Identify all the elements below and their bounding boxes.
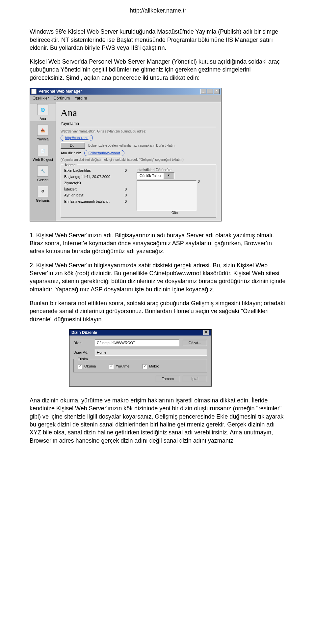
pwm-sidebar: 🌐 Ana 📤 Yayınla 📄 Web Bölgesi 🔧 Gezinti: [30, 102, 56, 221]
dir-input[interactable]: C:\Inetpub\WWWROOT: [95, 339, 179, 346]
menu-properties[interactable]: Özellikler: [33, 96, 49, 101]
stats-chart: [137, 180, 197, 211]
pwm-main-panel: Ana Yayınlama Web'de yayınlama etkin. Gi…: [56, 102, 221, 221]
section-publishing: Yayınlama: [61, 121, 216, 127]
pwm-window: Personal Web Manager _ □ × Özellikler Gö…: [30, 88, 222, 221]
sidebar-item-publish[interactable]: 📤 Yayınla: [30, 125, 56, 142]
sidebar-item-website[interactable]: 📄 Web Bölgesi: [30, 145, 56, 162]
stats-combo-value: Günlük Talep: [137, 173, 163, 179]
maximize-button[interactable]: □: [207, 89, 213, 94]
checkbox-macro[interactable]: ✓ Makro: [143, 364, 159, 369]
publish-icon: 📤: [37, 125, 48, 136]
edit-dir-title: Dizin Düzenle: [71, 330, 97, 335]
stat-requests-label: İstekler:: [64, 186, 77, 192]
stat-bytes-label: Ayrılan bayt:: [64, 192, 84, 198]
globe-icon: 🌐: [37, 104, 48, 115]
browse-button[interactable]: Gözat...: [183, 340, 207, 346]
checkmark-icon: ✓: [109, 364, 114, 369]
stat-bytes-value: 0: [125, 192, 127, 198]
access-label: Erişim: [76, 357, 89, 362]
pwm-titlebar: Personal Web Manager _ □ ×: [30, 88, 221, 95]
gear-icon: ⚙: [37, 186, 48, 197]
alias-input: Home: [95, 349, 207, 356]
monitor-groupbox: İzleme Etkin bağlantılar: 0 Başlangıç 11…: [61, 164, 216, 217]
menu-help[interactable]: Yardım: [74, 96, 87, 101]
dlg2-close-button[interactable]: ×: [203, 330, 209, 335]
checkbox-execute[interactable]: ✓ Yürütme: [109, 364, 129, 369]
home-dir-label: Ana dizininiz: [61, 151, 81, 156]
access-groupbox: Erişim ✓ Okuma ✓ Yürütme ✓ Makro: [73, 359, 207, 372]
stats-right: İstatistikleri Görüntüle: Günlük Talep ▼…: [137, 167, 213, 215]
pwm-screenshot: Personal Web Manager _ □ × Özellikler Gö…: [30, 88, 286, 221]
pwm-title-text: Personal Web Manager: [39, 89, 82, 94]
sidebar-label-main: Ana: [40, 116, 46, 121]
stat-concurrent-label: En fazla eşzamanlı bağlantı:: [64, 198, 110, 205]
edit-dir-titlebar: Dizin Düzenle ×: [69, 330, 211, 336]
sidebar-label-tour: Gezinti: [37, 178, 48, 183]
paragraph-5: Bunları bir kenara not ettikten sonra, s…: [30, 299, 286, 323]
paragraph-2: Kişisel Web Server'da Personel Web Serve…: [30, 58, 286, 82]
sidebar-item-main[interactable]: 🌐 Ana: [30, 104, 56, 121]
home-dir-link[interactable]: C:\inetpub\wwwroot: [84, 150, 124, 156]
stop-hint: Bölgenizdeki öğeleri kullanılamaz yapmak…: [88, 143, 175, 148]
stat-requests-value: 0: [125, 186, 127, 192]
stats-show-label: İstatistikleri Görüntüle:: [137, 167, 213, 172]
minimize-button[interactable]: _: [200, 89, 206, 94]
monitor-label: İzleme: [64, 162, 77, 167]
cancel-button[interactable]: İptal: [183, 376, 207, 382]
tour-icon: 🔧: [37, 165, 48, 177]
stop-button[interactable]: Dur: [61, 142, 85, 149]
menu-view[interactable]: Görünüm: [53, 96, 70, 101]
alias-label: Diğer Ad:: [73, 350, 92, 355]
edit-dir-screenshot: Dizin Düzenle × Dizin: C:\Inetpub\WWWROO…: [30, 329, 286, 387]
stat-active-value: 0: [125, 167, 127, 174]
paragraph-1: Windows 98'e Kişisel Web Server kurulduğ…: [30, 28, 286, 52]
stats-combo[interactable]: Günlük Talep ▼: [137, 172, 174, 179]
paragraph-6: Ana dizinin okuma, yürütme ve makro eriş…: [30, 396, 286, 445]
header-url: http://alikoker.name.tr: [30, 7, 286, 15]
stat-visitors: Ziyaretçi:0: [64, 180, 130, 186]
publish-text: Web'de yayınlama etkin. Giriş sayfanızın…: [61, 129, 216, 134]
checkmark-icon: ✓: [78, 364, 82, 369]
paragraph-3: 1. Kişisel Web Server'ınızın adı. Bilgis…: [30, 231, 286, 255]
app-icon: [31, 89, 37, 94]
stats-left: Etkin bağlantılar: 0 Başlangıç 11:41, 20…: [64, 167, 130, 215]
paragraph-4: 2. Kişisel Web Server'ın bilgisayarımızd…: [30, 261, 286, 293]
checkbox-read[interactable]: ✓ Okuma: [78, 364, 96, 369]
sidebar-label-website: Web Bölgesi: [33, 157, 53, 162]
dir-label: Dizin:: [73, 340, 92, 345]
sidebar-label-publish: Yayınla: [37, 137, 49, 142]
chevron-down-icon[interactable]: ▼: [163, 173, 174, 179]
pwm-menu-bar: Özellikler Görünüm Yardım: [30, 95, 221, 102]
main-heading: Ana: [61, 106, 216, 120]
edit-directory-dialog: Dizin Düzenle × Dizin: C:\Inetpub\WWWROO…: [69, 329, 212, 387]
stat-start: Başlangıç 11:41, 20.07.2000: [64, 174, 130, 180]
close-button[interactable]: ×: [214, 89, 220, 94]
checkmark-icon: ✓: [143, 364, 147, 369]
stat-active-label: Etkin bağlantılar:: [64, 167, 91, 174]
chart-x-label: Gün: [137, 211, 213, 215]
sidebar-item-tour[interactable]: 🔧 Gezinti: [30, 165, 56, 183]
home-url-link[interactable]: http://cubuk.cu: [61, 135, 93, 141]
website-icon: 📄: [37, 145, 48, 156]
stat-concurrent-value: 0: [125, 198, 127, 205]
ok-button[interactable]: Tamam: [156, 376, 180, 382]
home-dir-hint: (Yayınlanan dizinleri değiştirmek için, …: [61, 158, 216, 162]
sidebar-label-advanced: Gelişmiş: [36, 198, 50, 203]
chart-y-max: 0: [198, 179, 200, 184]
sidebar-item-advanced[interactable]: ⚙ Gelişmiş: [30, 186, 56, 203]
